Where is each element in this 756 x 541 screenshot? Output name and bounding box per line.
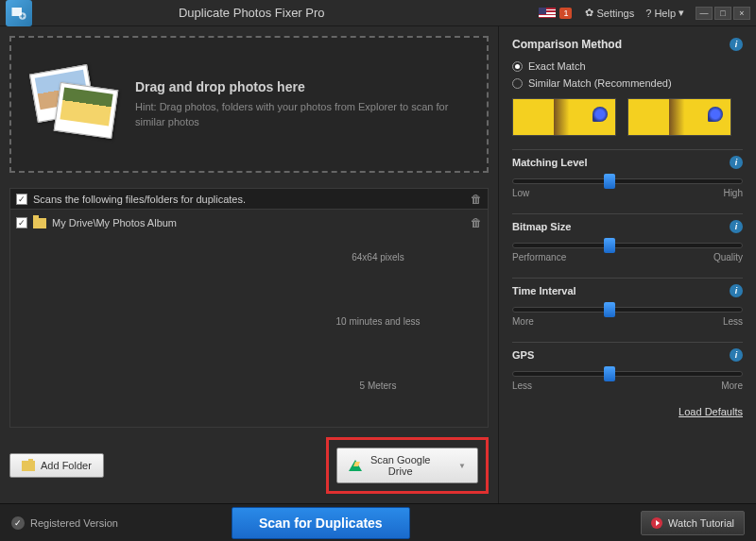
registered-label: Registered Version xyxy=(30,517,118,529)
comparison-method-heading: Comparison Method i xyxy=(512,38,743,51)
main-panel: Drag and drop photos here Hint: Drag pho… xyxy=(0,26,498,503)
bitmap-size-label: Bitmap Size xyxy=(512,221,571,232)
add-folder-button[interactable]: Add Folder xyxy=(9,453,104,478)
matching-level-label: Matching Level xyxy=(512,157,587,168)
chevron-down-icon: ▼ xyxy=(458,462,466,470)
sample-thumb-right xyxy=(627,98,731,136)
highlight-box: Scan Google Drive ▼ xyxy=(326,437,489,494)
folder-plus-icon xyxy=(22,461,35,471)
delete-all-icon[interactable]: 🗑 xyxy=(471,193,482,206)
settings-button[interactable]: ✿ Settings xyxy=(579,5,640,21)
list-item[interactable]: ✓ My Drive\My Photos Album 🗑 xyxy=(14,213,484,232)
filelist-header-text: Scans the following files/folders for du… xyxy=(33,194,246,205)
app-logo-icon xyxy=(6,0,32,26)
radio-icon xyxy=(512,78,523,89)
maximize-button[interactable]: □ xyxy=(714,7,731,20)
google-drive-icon xyxy=(349,460,359,471)
info-icon[interactable]: i xyxy=(730,284,743,297)
scan-for-duplicates-button[interactable]: Scan for Duplicates xyxy=(232,507,410,539)
watch-tutorial-button[interactable]: Watch Tutorial xyxy=(641,511,745,535)
radio-icon xyxy=(512,61,523,72)
dropzone-hint: Hint: Drag photos, folders with your pho… xyxy=(135,100,470,129)
settings-panel: Comparison Method i Exact Match Similar … xyxy=(498,26,756,503)
exact-match-radio[interactable]: Exact Match xyxy=(512,60,743,72)
photos-icon xyxy=(28,59,118,149)
scan-google-drive-button[interactable]: Scan Google Drive ▼ xyxy=(336,448,478,483)
language-flag-icon[interactable] xyxy=(539,8,556,18)
info-icon[interactable]: i xyxy=(730,38,743,51)
load-defaults-link[interactable]: Load Defaults xyxy=(512,406,743,417)
matching-level-slider[interactable] xyxy=(512,178,743,184)
info-icon[interactable]: i xyxy=(730,156,743,169)
help-button[interactable]: ? Help ▾ xyxy=(640,5,690,21)
time-interval-label: Time Interval xyxy=(512,285,576,296)
time-interval-slider[interactable] xyxy=(512,307,743,313)
item-path: My Drive\My Photos Album xyxy=(52,217,177,228)
app-title: Duplicate Photos Fixer Pro xyxy=(40,6,539,20)
delete-item-icon[interactable]: 🗑 xyxy=(471,216,482,229)
gps-label: GPS xyxy=(512,349,534,361)
close-button[interactable]: × xyxy=(733,7,750,20)
titlebar: Duplicate Photos Fixer Pro 1 ✿ Settings … xyxy=(0,0,756,26)
sample-thumb-left xyxy=(512,98,616,136)
folder-icon xyxy=(33,218,46,228)
item-checkbox[interactable]: ✓ xyxy=(16,217,27,228)
play-icon xyxy=(651,517,662,529)
bitmap-size-slider[interactable] xyxy=(512,243,743,248)
gps-slider[interactable] xyxy=(512,371,743,377)
filelist-header: ✓ Scans the following files/folders for … xyxy=(9,188,489,209)
notification-badge[interactable]: 1 xyxy=(559,8,572,19)
info-icon[interactable]: i xyxy=(730,220,743,233)
info-icon[interactable]: i xyxy=(730,348,743,362)
dropzone-heading: Drag and drop photos here xyxy=(135,79,470,94)
select-all-checkbox[interactable]: ✓ xyxy=(16,194,27,205)
minimize-button[interactable]: — xyxy=(696,7,713,20)
dropzone[interactable]: Drag and drop photos here Hint: Drag pho… xyxy=(9,36,489,173)
check-circle-icon: ✓ xyxy=(11,516,25,530)
footer: ✓ Registered Version Scan for Duplicates… xyxy=(0,503,756,541)
similar-match-radio[interactable]: Similar Match (Recommended) xyxy=(512,77,743,89)
